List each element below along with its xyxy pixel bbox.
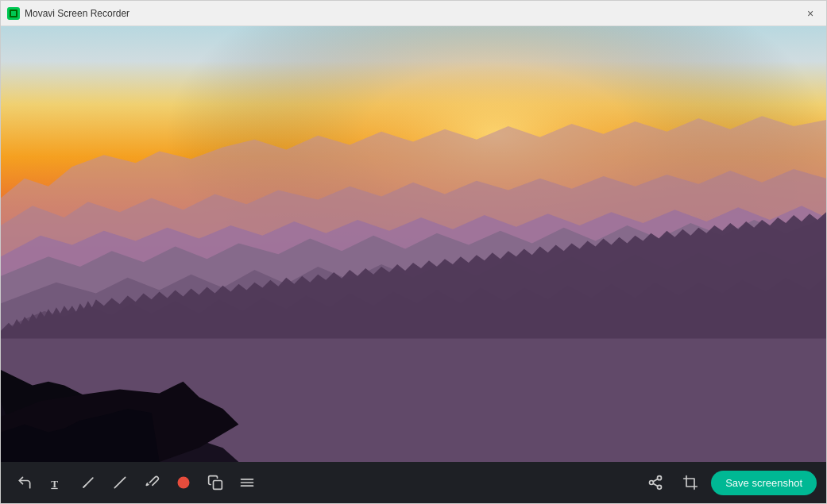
main-window: Movavi Screen Recorder × bbox=[0, 0, 827, 504]
title-bar: Movavi Screen Recorder × bbox=[1, 1, 826, 26]
menu-icon bbox=[239, 475, 255, 491]
duplicate-icon bbox=[207, 475, 223, 491]
undo-icon bbox=[17, 475, 33, 491]
share-icon bbox=[647, 475, 663, 491]
menu-button[interactable] bbox=[233, 468, 261, 497]
pen-tool-button[interactable] bbox=[74, 468, 102, 497]
svg-text:T: T bbox=[51, 478, 58, 490]
pen-icon bbox=[80, 475, 96, 491]
undo-button[interactable] bbox=[10, 468, 39, 497]
record-button[interactable] bbox=[169, 468, 198, 497]
crop-button[interactable] bbox=[676, 468, 705, 497]
svg-line-6 bbox=[114, 477, 125, 487]
line-tool-button[interactable] bbox=[106, 468, 134, 497]
sunset-image bbox=[1, 26, 826, 462]
share-button[interactable] bbox=[641, 468, 670, 497]
brush-icon bbox=[144, 475, 160, 491]
svg-point-7 bbox=[178, 477, 190, 489]
mountains-overlay bbox=[1, 26, 826, 462]
line-icon bbox=[112, 475, 128, 491]
duplicate-button[interactable] bbox=[201, 468, 230, 497]
svg-rect-8 bbox=[214, 481, 222, 490]
toolbar-right: Save screenshot bbox=[641, 468, 817, 497]
brush-tool-button[interactable] bbox=[137, 468, 166, 497]
svg-line-15 bbox=[653, 483, 658, 486]
close-button[interactable]: × bbox=[801, 4, 820, 23]
window-title: Movavi Screen Recorder bbox=[25, 8, 801, 19]
svg-line-5 bbox=[83, 485, 86, 487]
toolbar-left: T bbox=[10, 468, 638, 497]
record-icon bbox=[176, 475, 191, 491]
text-icon: T bbox=[48, 475, 64, 491]
svg-line-16 bbox=[653, 479, 658, 481]
toolbar: T bbox=[1, 462, 826, 503]
save-screenshot-button[interactable]: Save screenshot bbox=[711, 471, 817, 495]
crop-icon bbox=[682, 475, 698, 491]
screenshot-area bbox=[1, 26, 826, 462]
text-tool-button[interactable]: T bbox=[42, 468, 71, 497]
app-icon bbox=[7, 7, 20, 20]
app-icon-inner bbox=[10, 10, 17, 17]
